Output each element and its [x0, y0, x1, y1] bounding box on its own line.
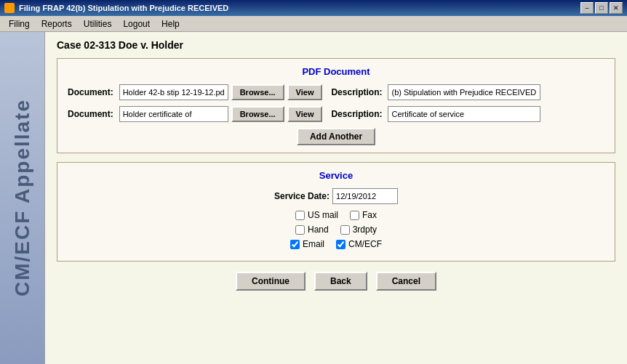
menu-filing[interactable]: Filing [3, 17, 36, 31]
continue-button[interactable]: Continue [236, 272, 305, 291]
service-date-row: Service Date: [68, 188, 604, 204]
sidebar: CM/ECF Appellate [0, 32, 45, 364]
checkbox-fax-label: Fax [362, 210, 377, 220]
browse-button-1[interactable]: Browse... [231, 84, 284, 100]
doc-label-2: Document: [68, 109, 113, 119]
checkbox-3rdpty-input[interactable] [340, 225, 350, 235]
case-title: Case 02-313 Doe v. Holder [57, 39, 615, 51]
menu-reports[interactable]: Reports [36, 17, 78, 31]
checkbox-hand-input[interactable] [295, 225, 305, 235]
add-another-button[interactable]: Add Another [297, 128, 375, 145]
checkbox-hand[interactable]: Hand [295, 225, 329, 235]
service-section: Service Service Date: US mail Fax [57, 162, 615, 262]
menu-bar: Filing Reports Utilities Logout Help [0, 16, 627, 32]
desc-input-1[interactable] [388, 84, 540, 100]
menu-help[interactable]: Help [156, 17, 185, 31]
checkbox-email-input[interactable] [290, 240, 300, 249]
checkbox-us-mail-label: US mail [308, 210, 338, 220]
checkbox-cmecf-input[interactable] [336, 240, 346, 249]
cancel-button[interactable]: Cancel [376, 272, 436, 291]
desc-label-1: Description: [331, 87, 382, 97]
title-bar-buttons: – □ ✕ [580, 2, 623, 14]
back-button[interactable]: Back [314, 272, 367, 291]
service-date-label: Service Date: [274, 191, 330, 201]
title-bar: Filing FRAP 42(b) Stipulation with Preju… [0, 0, 627, 16]
doc-row-2: Document: Browse... View Description: [68, 106, 604, 122]
bottom-buttons: Continue Back Cancel [57, 272, 615, 291]
checkbox-us-mail-input[interactable] [295, 211, 305, 220]
checkbox-hand-label: Hand [308, 225, 329, 235]
doc-row-1: Document: Browse... View Description: [68, 84, 604, 100]
desc-label-2: Description: [331, 109, 382, 119]
browse-button-2[interactable]: Browse... [231, 106, 284, 122]
checkbox-fax[interactable]: Fax [350, 210, 377, 220]
content-panel: Case 02-313 Doe v. Holder PDF Document D… [45, 32, 627, 364]
add-another-row: Add Another [68, 128, 604, 145]
checkbox-cmecf[interactable]: CM/ECF [336, 239, 382, 249]
pdf-section: PDF Document Document: Browse... View De… [57, 58, 615, 153]
checkbox-us-mail[interactable]: US mail [295, 210, 338, 220]
view-button-2[interactable]: View [287, 106, 323, 122]
doc-input-1[interactable] [119, 84, 228, 100]
checkbox-fax-input[interactable] [350, 211, 359, 220]
checkbox-group-3: Email CM/ECF [68, 239, 604, 249]
checkbox-3rdpty-label: 3rdpty [353, 225, 377, 235]
checkbox-group-2: Hand 3rdpty [68, 225, 604, 235]
maximize-button[interactable]: □ [595, 2, 608, 14]
checkbox-email[interactable]: Email [290, 239, 324, 249]
desc-input-2[interactable] [388, 106, 540, 122]
checkbox-email-label: Email [303, 239, 324, 249]
pdf-section-title: PDF Document [68, 66, 604, 77]
checkbox-cmecf-label: CM/ECF [348, 239, 382, 249]
checkbox-3rdpty[interactable]: 3rdpty [340, 225, 377, 235]
service-section-title: Service [68, 170, 604, 181]
sidebar-label: CM/ECF Appellate [11, 99, 34, 296]
menu-logout[interactable]: Logout [117, 17, 156, 31]
doc-input-2[interactable] [119, 106, 228, 122]
view-button-1[interactable]: View [287, 84, 323, 100]
minimize-button[interactable]: – [580, 2, 594, 14]
close-button[interactable]: ✕ [610, 2, 623, 14]
main-content: CM/ECF Appellate Case 02-313 Doe v. Hold… [0, 32, 627, 364]
app-icon [4, 3, 15, 13]
menu-utilities[interactable]: Utilities [78, 17, 118, 31]
doc-label-1: Document: [68, 87, 113, 97]
title-bar-text: Filing FRAP 42(b) Stipulation with Preju… [19, 4, 228, 12]
checkbox-group-1: US mail Fax [68, 210, 604, 220]
service-date-input[interactable] [332, 188, 398, 204]
